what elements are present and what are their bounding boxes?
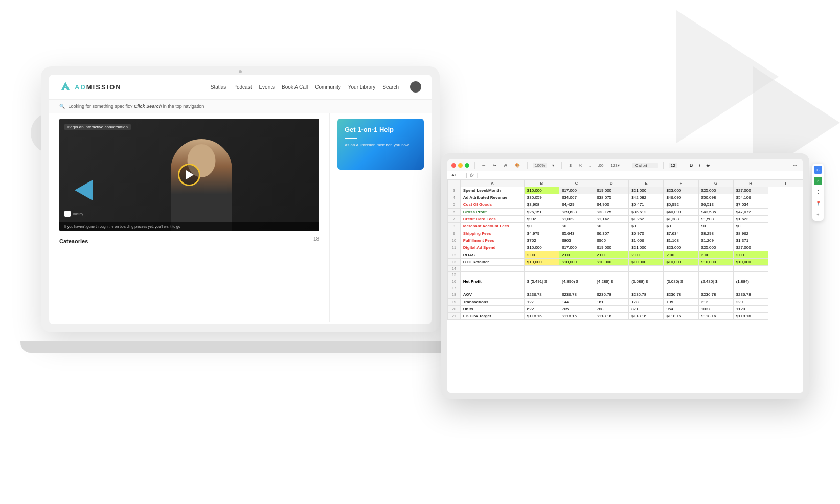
row-label[interactable] — [460, 285, 524, 291]
table-cell[interactable] — [698, 272, 733, 278]
table-cell[interactable]: $6,513 — [698, 201, 733, 209]
table-cell[interactable]: $4,429 — [559, 201, 594, 209]
row-label[interactable]: Merchant Account Fees — [460, 223, 524, 230]
table-cell[interactable] — [664, 272, 698, 278]
strikethrough-button[interactable]: S — [705, 162, 711, 168]
row-label[interactable]: Net Profit — [460, 278, 524, 285]
row-label[interactable]: ROAS — [460, 251, 524, 259]
ext-btn-3[interactable]: ⋮ — [814, 188, 822, 196]
font-size[interactable]: 12 — [669, 163, 677, 168]
row-label[interactable]: Cost Of Goods — [460, 201, 524, 209]
decimal-dec[interactable]: .00 — [596, 163, 605, 168]
col-header-f[interactable]: F — [664, 180, 698, 187]
table-cell[interactable]: $17,000 — [559, 244, 594, 251]
table-cell[interactable]: $27,000 — [733, 244, 768, 251]
table-cell[interactable]: 229 — [733, 299, 768, 306]
more-options[interactable]: ⋯ — [791, 163, 799, 168]
search-hint-link[interactable]: Click Search — [134, 104, 162, 109]
nav-book-call[interactable]: Book A Call — [282, 84, 308, 90]
print-button[interactable]: 🖨 — [502, 163, 510, 168]
table-cell[interactable]: $1,371 — [733, 237, 768, 244]
row-label[interactable]: Transactions — [460, 299, 524, 306]
table-cell[interactable]: 1120 — [733, 306, 768, 313]
table-cell[interactable]: $43,585 — [698, 209, 733, 216]
table-cell[interactable]: $118.16 — [559, 313, 594, 320]
table-cell[interactable]: 954 — [664, 306, 698, 313]
table-cell[interactable] — [629, 266, 664, 272]
table-cell[interactable]: $21,000 — [629, 187, 664, 194]
table-cell[interactable]: $25,000 — [698, 187, 733, 194]
table-cell[interactable]: $0 — [629, 223, 664, 230]
table-cell[interactable]: $8,298 — [698, 230, 733, 237]
table-cell[interactable]: $36,612 — [629, 209, 664, 216]
table-cell[interactable]: $10,000 — [698, 259, 733, 266]
row-label[interactable]: Shipping Fees — [460, 230, 524, 237]
nav-events[interactable]: Events — [259, 84, 275, 90]
row-label[interactable]: Fulfillment Fees — [460, 237, 524, 244]
table-cell[interactable]: (3,086) $ — [664, 278, 698, 285]
table-cell[interactable]: 2.00 — [594, 251, 629, 259]
table-cell[interactable]: $3,908 — [524, 201, 559, 209]
table-cell[interactable]: $236.78 — [559, 291, 594, 299]
table-cell[interactable]: $0 — [559, 223, 594, 230]
table-cell[interactable]: $7,634 — [664, 230, 698, 237]
table-cell[interactable]: $5,992 — [664, 201, 698, 209]
table-cell[interactable]: $25,000 — [698, 244, 733, 251]
table-cell[interactable]: $762 — [524, 237, 559, 244]
table-cell[interactable]: $965 — [594, 237, 629, 244]
row-label[interactable]: Ad Attributed Revenue — [460, 194, 524, 201]
table-cell[interactable] — [524, 266, 559, 272]
table-cell[interactable]: $10,000 — [594, 259, 629, 266]
table-cell[interactable]: $236.78 — [594, 291, 629, 299]
nav-community[interactable]: Community — [315, 84, 341, 90]
table-cell[interactable]: $19,000 — [594, 187, 629, 194]
table-cell[interactable] — [733, 272, 768, 278]
nav-library[interactable]: Your Library — [348, 84, 376, 90]
table-cell[interactable] — [733, 285, 768, 291]
table-cell[interactable]: 788 — [594, 306, 629, 313]
table-cell[interactable]: $118.16 — [733, 313, 768, 320]
table-cell[interactable]: $10,000 — [629, 259, 664, 266]
nav-podcast[interactable]: Podcast — [233, 84, 252, 90]
table-cell[interactable]: $118.16 — [664, 313, 698, 320]
user-avatar[interactable] — [410, 81, 421, 93]
table-cell[interactable] — [698, 266, 733, 272]
row-label[interactable] — [460, 272, 524, 278]
row-label[interactable]: CTC Retainer — [460, 259, 524, 266]
ext-btn-4[interactable]: 📍 — [814, 199, 822, 208]
table-cell[interactable]: $0 — [698, 223, 733, 230]
italic-button[interactable]: I — [697, 162, 702, 168]
table-cell[interactable]: $0 — [594, 223, 629, 230]
table-cell[interactable]: $50,098 — [698, 194, 733, 201]
col-header-i[interactable]: I — [768, 180, 803, 187]
table-cell[interactable]: 2.00 — [733, 251, 768, 259]
table-cell[interactable]: $26,151 — [524, 209, 559, 216]
table-cell[interactable]: $118.16 — [698, 313, 733, 320]
video-play-button[interactable] — [178, 164, 200, 186]
table-cell[interactable] — [524, 272, 559, 278]
currency-button[interactable]: $ — [567, 163, 573, 168]
table-cell[interactable]: $1,269 — [698, 237, 733, 244]
table-cell[interactable] — [664, 266, 698, 272]
table-cell[interactable] — [629, 272, 664, 278]
row-label[interactable] — [460, 266, 524, 272]
table-cell[interactable]: $46,090 — [664, 194, 698, 201]
table-cell[interactable]: $33,125 — [594, 209, 629, 216]
cell-reference[interactable]: A1 — [451, 173, 463, 177]
table-cell[interactable]: (1,884) — [733, 278, 768, 285]
table-cell[interactable]: $236.78 — [664, 291, 698, 299]
table-cell[interactable]: $10,000 — [733, 259, 768, 266]
table-cell[interactable]: 195 — [664, 299, 698, 306]
table-cell[interactable]: 2.00 — [524, 251, 559, 259]
table-cell[interactable]: $236.78 — [629, 291, 664, 299]
table-cell[interactable]: $7,034 — [733, 201, 768, 209]
row-label[interactable]: AOV — [460, 291, 524, 299]
nav-search[interactable]: Search — [382, 84, 399, 90]
table-cell[interactable]: 127 — [524, 299, 559, 306]
row-label[interactable]: Digital Ad Spend — [460, 244, 524, 251]
redo-button[interactable]: ↪ — [491, 163, 498, 168]
bold-button[interactable]: B — [688, 162, 695, 168]
row-label[interactable]: Credit Card Fees — [460, 216, 524, 223]
table-cell[interactable] — [559, 266, 594, 272]
decimal-num[interactable]: 123▾ — [608, 163, 621, 168]
